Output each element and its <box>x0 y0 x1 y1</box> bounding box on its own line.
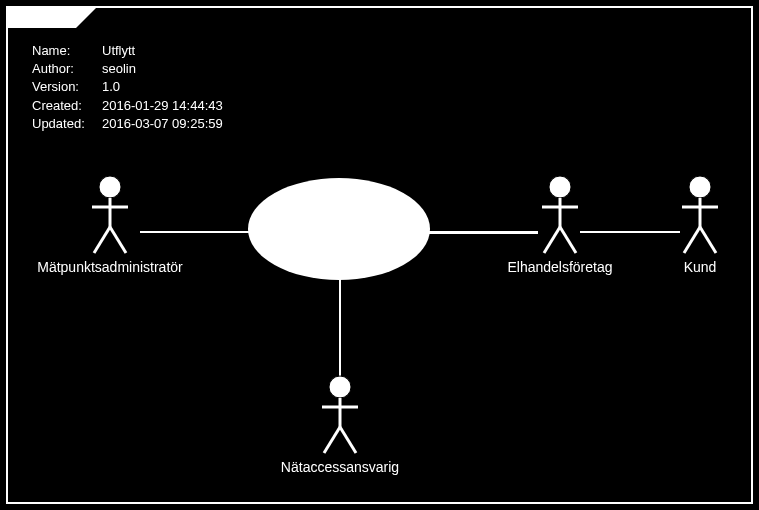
svg-point-0 <box>99 176 121 198</box>
svg-line-13 <box>684 227 700 253</box>
svg-line-9 <box>560 227 576 253</box>
meta-name-label: Name: <box>32 42 102 60</box>
svg-line-18 <box>324 427 340 453</box>
usecase-oval <box>248 178 430 280</box>
actor-icon <box>88 175 132 255</box>
svg-point-10 <box>689 176 711 198</box>
actor-elhandels-label: Elhandelsföretag <box>485 259 635 275</box>
meta-name: Name: Utflytt <box>32 42 223 60</box>
metadata-block: Name: Utflytt Author: seolin Version: 1.… <box>32 42 223 133</box>
meta-version: Version: 1.0 <box>32 78 223 96</box>
actor-nataccess: Nätaccessansvarig <box>260 375 420 475</box>
meta-updated: Updated: 2016-03-07 09:25:59 <box>32 115 223 133</box>
svg-line-4 <box>110 227 126 253</box>
actor-nataccess-label: Nätaccessansvarig <box>260 459 420 475</box>
diagram-tab <box>6 6 76 28</box>
actor-icon <box>318 375 362 455</box>
meta-version-label: Version: <box>32 78 102 96</box>
meta-author: Author: seolin <box>32 60 223 78</box>
svg-line-19 <box>340 427 356 453</box>
meta-name-value: Utflytt <box>102 42 135 60</box>
svg-line-8 <box>544 227 560 253</box>
meta-updated-value: 2016-03-07 09:25:59 <box>102 115 223 133</box>
svg-point-5 <box>549 176 571 198</box>
svg-line-14 <box>700 227 716 253</box>
meta-created: Created: 2016-01-29 14:44:43 <box>32 97 223 115</box>
svg-line-3 <box>94 227 110 253</box>
assoc-bottom <box>339 277 341 377</box>
actor-matpunkts-label: Mätpunktsadministratör <box>20 259 200 275</box>
actor-matpunkts: Mätpunktsadministratör <box>20 175 200 275</box>
actor-icon <box>678 175 722 255</box>
meta-author-label: Author: <box>32 60 102 78</box>
actor-kund-label: Kund <box>665 259 735 275</box>
meta-updated-label: Updated: <box>32 115 102 133</box>
meta-created-label: Created: <box>32 97 102 115</box>
meta-created-value: 2016-01-29 14:44:43 <box>102 97 223 115</box>
actor-kund: Kund <box>665 175 735 275</box>
meta-author-value: seolin <box>102 60 136 78</box>
svg-point-15 <box>329 376 351 398</box>
meta-version-value: 1.0 <box>102 78 120 96</box>
actor-elhandels: Elhandelsföretag <box>485 175 635 275</box>
actor-icon <box>538 175 582 255</box>
